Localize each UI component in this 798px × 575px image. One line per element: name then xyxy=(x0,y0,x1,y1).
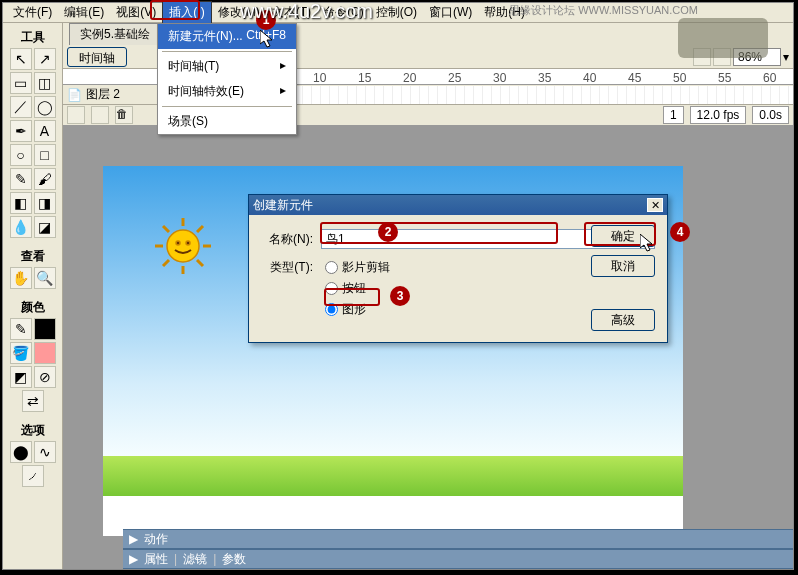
menu-new-symbol-shortcut: Ctrl+F8 xyxy=(246,28,286,45)
menu-new-symbol[interactable]: 新建元件(N)... Ctrl+F8 xyxy=(158,24,296,49)
grass-shape xyxy=(103,456,683,496)
menu-control[interactable]: 控制(O) xyxy=(370,2,423,23)
stroke-color-icon[interactable]: ✎ xyxy=(10,318,32,340)
ruler-mark: 55 xyxy=(718,71,731,85)
bottom-panels: ▶动作 ▶ 属性 | 滤镜 | 参数 xyxy=(123,529,793,569)
ruler-mark: 40 xyxy=(583,71,596,85)
new-symbol-dialog: 创建新元件 ✕ 名称(N): 类型(T): 影片剪辑 按钮 图形 确定 取消 高… xyxy=(248,194,668,343)
options-section-title: 选项 xyxy=(7,420,58,441)
menu-file[interactable]: 文件(F) xyxy=(7,2,58,23)
name-label: 名称(N): xyxy=(261,231,321,248)
menu-commands[interactable]: 命令(C) xyxy=(317,2,370,23)
menu-new-symbol-label: 新建元件(N)... xyxy=(168,28,243,45)
stroke-swatch[interactable] xyxy=(34,318,56,340)
paint-bucket-icon[interactable]: ◨ xyxy=(34,192,56,214)
menu-insert[interactable]: 插入(I) xyxy=(162,1,211,24)
insert-dropdown: 新建元件(N)... Ctrl+F8 时间轴(T)▸ 时间轴特效(E)▸ 场景(… xyxy=(157,23,297,135)
sun-shape xyxy=(153,216,213,276)
ruler-mark: 20 xyxy=(403,71,416,85)
text-tool-icon[interactable]: A xyxy=(34,120,56,142)
stage-area xyxy=(63,126,793,569)
layer-icon: 📄 xyxy=(67,88,82,102)
menu-scene[interactable]: 场景(S) xyxy=(158,109,296,134)
delete-layer-icon[interactable]: 🗑 xyxy=(115,106,133,124)
ok-button[interactable]: 确定 xyxy=(591,225,655,247)
hand-tool-icon[interactable]: ✋ xyxy=(10,267,32,289)
no-color-icon[interactable]: ⊘ xyxy=(34,366,56,388)
radio-button[interactable]: 按钮 xyxy=(325,280,390,297)
ruler-mark: 15 xyxy=(358,71,371,85)
svg-point-0 xyxy=(167,230,199,262)
subselection-tool-icon[interactable]: ↗ xyxy=(34,48,56,70)
new-layer-icon[interactable] xyxy=(67,106,85,124)
svg-line-7 xyxy=(197,226,203,232)
smooth-icon[interactable]: ∿ xyxy=(34,441,56,463)
oval-tool-icon[interactable]: ○ xyxy=(10,144,32,166)
cancel-button[interactable]: 取消 xyxy=(591,255,655,277)
type-label: 类型(T): xyxy=(261,259,321,276)
zoom-input[interactable] xyxy=(733,48,781,66)
radio-movieclip[interactable]: 影片剪辑 xyxy=(325,259,390,276)
straighten-icon[interactable]: ⟋ xyxy=(22,465,44,487)
ruler-mark: 50 xyxy=(673,71,686,85)
swap-colors-icon[interactable]: ⇄ xyxy=(22,390,44,412)
ruler-mark: 35 xyxy=(538,71,551,85)
stage-icon[interactable] xyxy=(713,48,731,66)
dialog-titlebar[interactable]: 创建新元件 ✕ xyxy=(249,195,667,215)
rectangle-tool-icon[interactable]: □ xyxy=(34,144,56,166)
pen-tool-icon[interactable]: ✒ xyxy=(10,120,32,142)
menu-view[interactable]: 视图(V) xyxy=(110,2,162,23)
document-tab[interactable]: 实例5.基础绘 xyxy=(69,23,161,45)
radio-graphic-input[interactable] xyxy=(325,303,338,316)
radio-button-input[interactable] xyxy=(325,282,338,295)
zoom-tool-icon[interactable]: 🔍 xyxy=(34,267,56,289)
menu-window[interactable]: 窗口(W) xyxy=(423,2,478,23)
advanced-button[interactable]: 高级 xyxy=(591,309,655,331)
eraser-tool-icon[interactable]: ◪ xyxy=(34,216,56,238)
ruler-mark: 10 xyxy=(313,71,326,85)
ruler-mark: 30 xyxy=(493,71,506,85)
eyedropper-icon[interactable]: 💧 xyxy=(10,216,32,238)
properties-panel-header[interactable]: ▶ 属性 | 滤镜 | 参数 xyxy=(123,549,793,569)
radio-graphic[interactable]: 图形 xyxy=(325,301,390,318)
gradient-transform-icon[interactable]: ◫ xyxy=(34,72,56,94)
tool-panel-title: 工具 xyxy=(7,27,58,48)
current-frame: 1 xyxy=(663,106,684,124)
ruler-mark: 45 xyxy=(628,71,641,85)
zoom-dropdown-icon[interactable]: ▾ xyxy=(783,50,789,64)
bw-icon[interactable]: ◩ xyxy=(10,366,32,388)
menu-modify[interactable]: 修改(M) xyxy=(212,2,266,23)
doc-settings-icon[interactable] xyxy=(693,48,711,66)
expand-icon: ▶ xyxy=(129,532,138,546)
layer-name: 图层 2 xyxy=(86,86,120,103)
color-section-title: 颜色 xyxy=(7,297,58,318)
snap-icon[interactable]: ⬤ xyxy=(10,441,32,463)
tool-panel: 工具 ↖ ↗ ▭ ◫ ／ ◯ ✒ A ○ □ ✎ 🖌 ◧ ◨ 💧 ◪ 查看 ✋ … xyxy=(3,23,63,569)
timeline-toggle-button[interactable]: 时间轴 xyxy=(67,47,127,67)
svg-point-10 xyxy=(186,241,190,245)
svg-point-9 xyxy=(176,241,180,245)
close-icon[interactable]: ✕ xyxy=(647,198,663,212)
radio-movieclip-input[interactable] xyxy=(325,261,338,274)
new-folder-icon[interactable] xyxy=(91,106,109,124)
timeline-frames[interactable] xyxy=(213,86,793,104)
lasso-tool-icon[interactable]: ◯ xyxy=(34,96,56,118)
menu-help[interactable]: 帮助(H) xyxy=(478,2,531,23)
svg-line-5 xyxy=(163,226,169,232)
dialog-title: 创建新元件 xyxy=(253,197,313,214)
fill-swatch[interactable] xyxy=(34,342,56,364)
pencil-tool-icon[interactable]: ✎ xyxy=(10,168,32,190)
actions-panel-header[interactable]: ▶动作 xyxy=(123,529,793,549)
menu-timeline[interactable]: 时间轴(T)▸ xyxy=(158,54,296,79)
fill-color-icon[interactable]: 🪣 xyxy=(10,342,32,364)
brush-tool-icon[interactable]: 🖌 xyxy=(34,168,56,190)
selection-tool-icon[interactable]: ↖ xyxy=(10,48,32,70)
line-tool-icon[interactable]: ／ xyxy=(10,96,32,118)
ink-bottle-icon[interactable]: ◧ xyxy=(10,192,32,214)
time-display: 0.0s xyxy=(752,106,789,124)
menu-text[interactable]: 文本(T) xyxy=(266,2,317,23)
free-transform-icon[interactable]: ▭ xyxy=(10,72,32,94)
menu-edit[interactable]: 编辑(E) xyxy=(58,2,110,23)
menu-timeline-effects[interactable]: 时间轴特效(E)▸ xyxy=(158,79,296,104)
ruler-mark: 60 xyxy=(763,71,776,85)
